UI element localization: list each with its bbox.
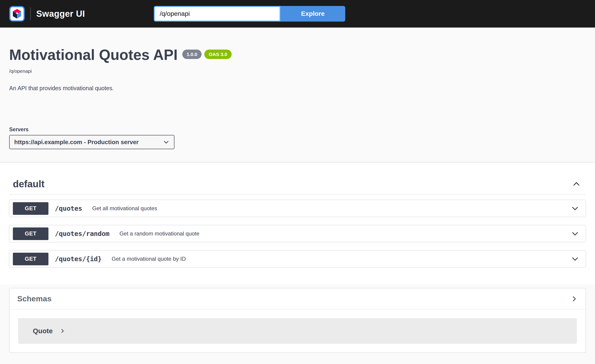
chevron-right-icon: [570, 295, 578, 302]
schemas-header[interactable]: Schemas: [9, 288, 586, 309]
tag-section-header[interactable]: default: [9, 176, 586, 194]
method-badge: GET: [13, 202, 49, 215]
method-badge: GET: [13, 227, 49, 240]
schemas-box: Schemas Quote: [9, 288, 586, 353]
explore-button[interactable]: Explore: [281, 6, 345, 21]
brand-title: Swagger UI: [36, 9, 85, 19]
operation-summary: Get all motivational quotes: [92, 205, 157, 212]
spec-url-search: Explore: [154, 6, 345, 21]
topbar: Swagger UI Explore: [0, 0, 595, 28]
servers-select[interactable]: https://api.example.com - Production ser…: [9, 135, 174, 149]
spec-url-link[interactable]: /q/openapi: [9, 68, 32, 74]
operation-path: /quotes/random: [55, 230, 109, 238]
method-badge: GET: [13, 253, 49, 265]
info-section: Motivational Quotes API 1.0.0 OAS 3.0 /q…: [0, 28, 595, 113]
title-row: Motivational Quotes API 1.0.0 OAS 3.0: [9, 47, 586, 63]
oas-badge: OAS 3.0: [204, 49, 232, 59]
operation-path: /quotes: [55, 204, 82, 212]
page-title: Motivational Quotes API: [9, 47, 178, 63]
scheme-container: Servers https://api.example.com - Produc…: [0, 113, 595, 162]
app-logo-icon: [9, 6, 25, 21]
operation-row-get-quotes-id[interactable]: GET /quotes/{id} Get a motivational quot…: [9, 250, 586, 267]
chevron-down-icon: [571, 255, 579, 263]
servers-select-wrap: https://api.example.com - Production ser…: [9, 135, 174, 149]
operation-row-get-quotes-random[interactable]: GET /quotes/random Get a random motivati…: [9, 225, 586, 242]
chevron-down-icon: [571, 230, 579, 238]
brand: Swagger UI: [9, 6, 85, 21]
operation-summary: Get a random motivational quote: [119, 231, 199, 237]
model-container: Quote: [9, 309, 586, 352]
search-input[interactable]: [154, 6, 281, 21]
model-row-quote[interactable]: Quote: [18, 318, 577, 344]
chevron-right-icon: [60, 328, 65, 334]
servers-label: Servers: [9, 126, 586, 133]
operations-section: default GET /quotes Get all motivational…: [0, 162, 595, 284]
brand-divider: [30, 7, 31, 20]
tag-name: default: [13, 179, 44, 189]
schemas-title: Schemas: [17, 294, 51, 303]
operation-path: /quotes/{id}: [55, 255, 102, 263]
version-badge: 1.0.0: [182, 49, 202, 59]
chevron-down-icon: [571, 204, 579, 212]
chevron-up-icon: [572, 180, 581, 189]
operation-row-get-quotes[interactable]: GET /quotes Get all motivational quotes: [9, 200, 586, 217]
model-name: Quote: [33, 327, 53, 335]
badges: 1.0.0 OAS 3.0: [182, 49, 232, 59]
api-description: An API that provides motivational quotes…: [9, 85, 586, 91]
operation-summary: Get a motivational quote by ID: [112, 256, 186, 262]
schemas-section: Schemas Quote: [0, 284, 595, 364]
